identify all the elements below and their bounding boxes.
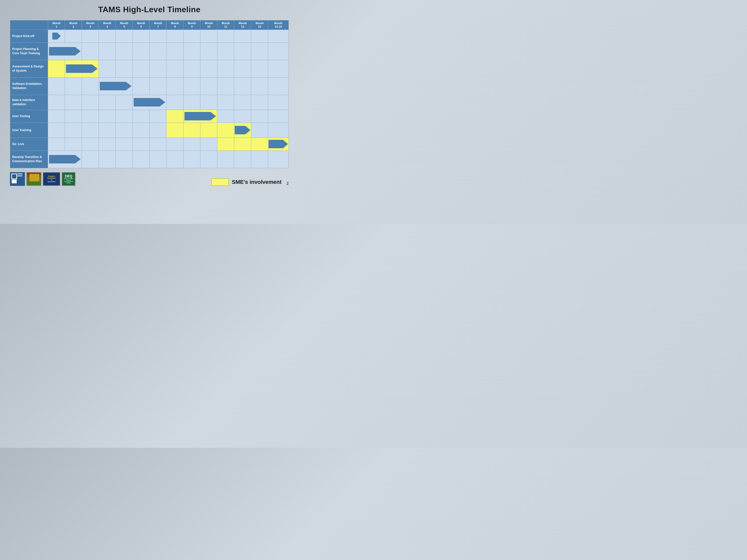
sw-m14 bbox=[268, 77, 289, 95]
kickoff-m6 bbox=[133, 30, 150, 43]
ut-m5 bbox=[116, 110, 133, 123]
gl-m4 bbox=[99, 138, 116, 151]
timeline-table: Month1 Month2 Month3 Month4 Month5 Month… bbox=[10, 20, 289, 168]
sw-m2 bbox=[65, 77, 82, 95]
logo-deq: DEQ State of OregonDept ofEnvironmentalQ… bbox=[62, 172, 75, 186]
gl-m10 bbox=[200, 138, 217, 151]
ut-m8-y bbox=[166, 110, 183, 123]
utr-m13 bbox=[251, 123, 268, 138]
gl-m5 bbox=[116, 138, 133, 151]
header-month-9: Month9 bbox=[183, 20, 200, 30]
svg-rect-0 bbox=[12, 174, 17, 179]
dev-m4 bbox=[99, 151, 116, 168]
data-m8 bbox=[166, 95, 183, 110]
kickoff-m13 bbox=[251, 30, 268, 43]
sw-m10 bbox=[200, 77, 217, 95]
header-month-1: Month1 bbox=[48, 20, 65, 30]
utr-m10-y bbox=[200, 123, 217, 138]
kickoff-m12 bbox=[234, 30, 251, 43]
gl-m7 bbox=[150, 138, 166, 151]
task-row-data: Data & Interface validation bbox=[10, 95, 289, 110]
legend-yellow-box bbox=[211, 178, 229, 186]
sw-arrow bbox=[99, 77, 133, 95]
ut-arrow bbox=[183, 110, 217, 123]
arrow-cell-kickoff-1 bbox=[48, 30, 65, 43]
planning-m13 bbox=[251, 43, 268, 60]
header-month-14-18: Month14-18 bbox=[268, 20, 289, 30]
planning-m7 bbox=[150, 43, 166, 60]
data-m14 bbox=[268, 95, 289, 110]
task-label-planning: Project Planning & Core Team Training bbox=[10, 43, 48, 60]
gl-m13-y bbox=[251, 138, 268, 151]
task-label-data: Data & Interface validation bbox=[10, 95, 48, 110]
sw-m7 bbox=[150, 77, 166, 95]
header-month-12: Month12 bbox=[234, 20, 251, 30]
dev-m8 bbox=[166, 151, 183, 168]
ut-m14 bbox=[268, 110, 289, 123]
planning-m9 bbox=[183, 43, 200, 60]
sw-m13 bbox=[251, 77, 268, 95]
utr-arrow bbox=[234, 123, 251, 138]
kickoff-m9 bbox=[183, 30, 200, 43]
ut-m7 bbox=[150, 110, 166, 123]
sw-m6 bbox=[133, 77, 150, 95]
utr-m1 bbox=[48, 123, 65, 138]
header-month-11: Month11 bbox=[217, 20, 234, 30]
data-m2 bbox=[65, 95, 82, 110]
task-row-develop: Develop Transition & Communication Plan bbox=[10, 151, 289, 168]
legend-label: SME's involvement bbox=[232, 179, 282, 185]
gl-m9 bbox=[183, 138, 200, 151]
dev-m7 bbox=[150, 151, 166, 168]
task-label-assessment: Assessment & Design of System bbox=[10, 60, 48, 77]
gl-m6 bbox=[133, 138, 150, 151]
legend-area: SME's involvement 2 bbox=[211, 178, 289, 186]
sw-m1 bbox=[48, 77, 65, 95]
header-month-8: Month8 bbox=[166, 20, 183, 30]
ut-m4 bbox=[99, 110, 116, 123]
assess-m4 bbox=[99, 60, 116, 77]
ut-m6 bbox=[133, 110, 150, 123]
assess-m9 bbox=[183, 60, 200, 77]
logo-tams-icon bbox=[10, 172, 25, 186]
dev-m14 bbox=[268, 151, 289, 168]
develop-arrow bbox=[48, 151, 82, 168]
planning-m10 bbox=[200, 43, 217, 60]
logo-oregon: Oregon DepartmentofAgriculture bbox=[43, 172, 60, 186]
dev-m9 bbox=[183, 151, 200, 168]
bottom-area: Oregon DepartmentofAgriculture DEQ State… bbox=[10, 172, 289, 186]
header-month-3: Month3 bbox=[82, 20, 99, 30]
task-row-usertesting: User Testing bbox=[10, 110, 289, 123]
planning-m3 bbox=[82, 43, 99, 60]
gl-m8 bbox=[166, 138, 183, 151]
assess-m1 bbox=[48, 60, 65, 77]
kickoff-m2 bbox=[65, 30, 82, 43]
logo-farm-image bbox=[26, 172, 41, 186]
arrow-cell-planning bbox=[48, 43, 82, 60]
ut-m12 bbox=[234, 110, 251, 123]
kickoff-m11 bbox=[217, 30, 234, 43]
assess-m13 bbox=[251, 60, 268, 77]
header-month-10: Month10 bbox=[200, 20, 217, 30]
planning-m12 bbox=[234, 43, 251, 60]
ut-m1 bbox=[48, 110, 65, 123]
planning-m11 bbox=[217, 43, 234, 60]
task-row-golive: Go -Live bbox=[10, 138, 289, 151]
kickoff-m4 bbox=[99, 30, 116, 43]
task-label-develop: Develop Transition & Communication Plan bbox=[10, 151, 48, 168]
data-m4 bbox=[99, 95, 116, 110]
data-m3 bbox=[82, 95, 99, 110]
kickoff-m7 bbox=[150, 30, 166, 43]
assess-m10 bbox=[200, 60, 217, 77]
task-row-assessment: Assessment & Design of System bbox=[10, 60, 289, 77]
data-m1 bbox=[48, 95, 65, 110]
data-m5 bbox=[116, 95, 133, 110]
dev-m5 bbox=[116, 151, 133, 168]
data-m13 bbox=[251, 95, 268, 110]
utr-m6 bbox=[133, 123, 150, 138]
svg-rect-1 bbox=[12, 180, 17, 183]
header-month-7: Month7 bbox=[150, 20, 166, 30]
assess-arrow bbox=[65, 60, 99, 77]
task-row-software: Software Installation, Validation bbox=[10, 77, 289, 95]
dev-m11 bbox=[217, 151, 234, 168]
gl-m12-y bbox=[234, 138, 251, 151]
